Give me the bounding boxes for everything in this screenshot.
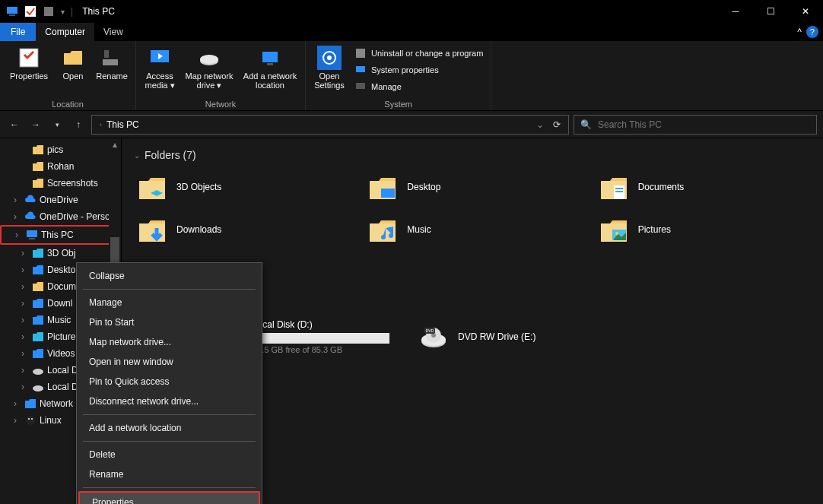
context-menu-item[interactable]: Disconnect network drive... <box>77 391 262 411</box>
drive-name: Local Disk (D:) <box>253 319 389 330</box>
folder-item[interactable]: Downloads <box>134 211 349 248</box>
drive-free: 84.5 GB free of 85.3 GB <box>253 345 389 354</box>
svg-rect-16 <box>356 49 365 58</box>
svg-rect-22 <box>29 238 35 239</box>
context-menu-item[interactable]: Rename <box>77 464 262 484</box>
tree-item[interactable]: ›3D Obj <box>0 245 121 262</box>
caret-icon[interactable]: › <box>21 265 29 275</box>
minimize-button[interactable]: ─ <box>718 0 753 23</box>
music-icon <box>32 314 44 326</box>
tree-item[interactable]: ›OneDrive - Person <box>0 208 121 225</box>
caret-icon[interactable]: › <box>21 365 29 376</box>
tree-item[interactable]: ›This PC <box>0 225 121 245</box>
caret-icon[interactable]: › <box>21 348 29 359</box>
system-properties-button[interactable]: System properties <box>351 62 486 78</box>
search-input[interactable] <box>598 119 810 130</box>
folder-name: Downloads <box>176 224 221 235</box>
context-menu-item[interactable]: Delete <box>77 445 262 464</box>
up-button[interactable]: ↑ <box>70 116 87 133</box>
open-button[interactable]: Open <box>56 44 90 81</box>
tree-label: Screenshots <box>47 178 98 189</box>
caret-icon[interactable]: › <box>14 398 21 409</box>
properties-button[interactable]: Properties <box>5 44 53 81</box>
svg-rect-11 <box>262 52 278 62</box>
add-location-button[interactable]: Add a network location <box>240 44 300 90</box>
open-settings-button[interactable]: Open Settings <box>310 44 348 90</box>
rename-button[interactable]: Rename <box>93 44 131 81</box>
caret-icon[interactable]: › <box>21 298 29 309</box>
qat-icon[interactable] <box>43 5 55 17</box>
context-menu-item[interactable]: Pin to Quick access <box>77 372 262 391</box>
context-menu-item[interactable]: Add a network location <box>77 418 262 438</box>
caret-icon[interactable]: › <box>21 315 29 325</box>
svg-rect-6 <box>104 50 109 58</box>
tree-item[interactable]: ›OneDrive <box>0 192 121 208</box>
recent-button[interactable]: ▾ <box>49 116 65 133</box>
maximize-button[interactable]: ☐ <box>753 0 788 23</box>
nav-bar: ← → ▾ ↑ › This PC ⌄ ⟳ 🔍 <box>0 111 823 138</box>
tree-label: Docum <box>47 281 76 292</box>
desktop-folder-icon <box>367 172 398 202</box>
qat-dropdown-icon[interactable]: ▾ <box>61 8 65 16</box>
uninstall-button[interactable]: Uninstall or change a program <box>351 46 486 61</box>
chevron-icon[interactable]: › <box>100 121 102 128</box>
tab-computer[interactable]: Computer <box>36 23 94 41</box>
ribbon: Properties Open Rename Location Access m… <box>0 41 823 111</box>
forward-button[interactable]: → <box>27 116 44 133</box>
file-menu[interactable]: File <box>0 23 36 41</box>
drive-icon: DVD <box>418 322 449 352</box>
search-icon: 🔍 <box>580 119 592 130</box>
breadcrumb[interactable]: This PC <box>106 119 139 130</box>
tree-label: pics <box>47 144 63 155</box>
svg-rect-31 <box>615 191 623 192</box>
checkbox-icon[interactable] <box>24 5 37 17</box>
title-bar: ▾ | This PC ─ ☐ ✕ <box>0 0 823 23</box>
folders-header[interactable]: ⌄ Folders (7) <box>134 149 811 161</box>
folder-item[interactable]: Documents <box>596 169 811 205</box>
context-menu-item[interactable]: Properties <box>78 491 260 504</box>
address-bar[interactable]: › This PC ⌄ ⟳ <box>91 115 569 135</box>
address-dropdown-icon[interactable]: ⌄ <box>536 119 544 130</box>
pics-icon <box>32 331 44 343</box>
caret-icon[interactable]: › <box>21 382 29 392</box>
context-menu-item[interactable]: Pin to Start <box>77 312 262 332</box>
folder-item[interactable]: 3D Objects <box>134 169 349 205</box>
caret-icon[interactable]: › <box>21 281 29 292</box>
context-menu-item[interactable]: Manage <box>77 293 262 312</box>
tree-item[interactable]: pics <box>0 141 121 158</box>
context-menu-item[interactable]: Map network drive... <box>77 332 262 352</box>
tree-item[interactable]: Rohan <box>0 158 121 175</box>
close-button[interactable]: ✕ <box>788 0 823 23</box>
manage-button[interactable]: Manage <box>351 79 486 94</box>
caret-icon[interactable]: › <box>14 415 21 426</box>
caret-icon[interactable]: › <box>14 211 21 222</box>
help-icon[interactable]: ? <box>806 26 818 38</box>
caret-icon[interactable]: › <box>21 248 29 258</box>
scroll-up-icon[interactable]: ▴ <box>109 138 121 151</box>
drive-item[interactable]: DVDDVD RW Drive (E:) <box>415 316 605 357</box>
caret-icon[interactable]: › <box>15 230 23 240</box>
tree-label: Linux <box>40 415 62 426</box>
svg-point-15 <box>327 55 332 60</box>
caret-icon[interactable]: › <box>14 195 21 205</box>
pc-icon <box>26 229 38 241</box>
back-button[interactable]: ← <box>6 116 23 133</box>
access-media-button[interactable]: Access media ▾ <box>141 44 179 90</box>
linux-icon <box>24 414 37 426</box>
folder-item[interactable]: Pictures <box>596 211 811 248</box>
ribbon-collapse-icon[interactable]: ^ <box>797 27 802 37</box>
map-drive-button[interactable]: Map network drive ▾ <box>182 44 237 90</box>
video-icon <box>32 347 44 360</box>
window-title: This PC <box>82 6 115 17</box>
tree-item[interactable]: Screenshots <box>0 175 121 192</box>
folder-item[interactable]: Desktop <box>364 169 580 205</box>
chevron-down-icon[interactable]: ⌄ <box>134 151 140 160</box>
net-icon <box>24 398 37 410</box>
context-menu-item[interactable]: Open in new window <box>77 352 262 372</box>
tab-view[interactable]: View <box>94 23 132 41</box>
context-menu-item[interactable]: Collapse <box>77 266 262 286</box>
caret-icon[interactable]: › <box>21 331 29 342</box>
refresh-icon[interactable]: ⟳ <box>548 119 565 130</box>
search-box[interactable]: 🔍 <box>574 115 817 135</box>
folder-item[interactable]: Music <box>364 211 580 248</box>
